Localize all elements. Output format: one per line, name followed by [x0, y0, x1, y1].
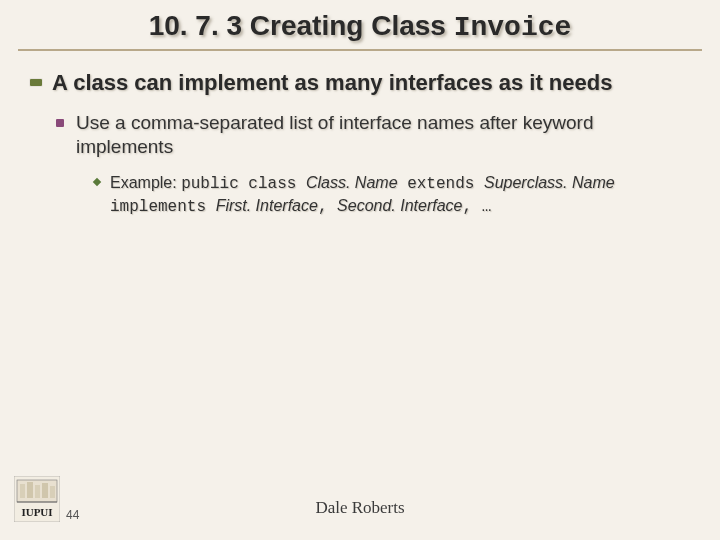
- title-mono: Invoice: [454, 12, 572, 43]
- comma-1: ,: [318, 198, 337, 216]
- svg-rect-2: [20, 484, 25, 498]
- svg-rect-6: [50, 486, 55, 498]
- bullet-level-2: Use a comma-separated list of interface …: [76, 111, 680, 160]
- svg-rect-5: [42, 483, 48, 498]
- slide: 10. 7. 3 Creating Class Invoice A class …: [0, 0, 720, 540]
- ital-superclass: Superclass. Name: [484, 174, 615, 191]
- slide-body: A class can implement as many interfaces…: [0, 51, 720, 219]
- code-public-class: public class: [181, 175, 306, 193]
- title-container: 10. 7. 3 Creating Class Invoice: [18, 0, 702, 51]
- code-extends: extends: [398, 175, 484, 193]
- bullet-level-1: A class can implement as many interfaces…: [52, 69, 680, 97]
- footer: IUPUI 44 Dale Roberts: [0, 482, 720, 528]
- code-implements: implements: [110, 198, 216, 216]
- ital-first-interface: First. Interface: [216, 197, 318, 214]
- title-text: 10. 7. 3 Creating Class: [149, 10, 454, 41]
- example-lead: Example:: [110, 174, 181, 191]
- ital-second-interface: Second. Interface: [337, 197, 462, 214]
- author-name: Dale Roberts: [0, 498, 720, 518]
- ital-classname: Class. Name: [306, 174, 398, 191]
- svg-rect-3: [27, 482, 33, 498]
- svg-rect-4: [35, 485, 40, 498]
- slide-title: 10. 7. 3 Creating Class Invoice: [18, 10, 702, 43]
- bullet-level-3: Example: public class Class. Name extend…: [110, 172, 680, 219]
- tail-ellipsis: , …: [463, 198, 492, 216]
